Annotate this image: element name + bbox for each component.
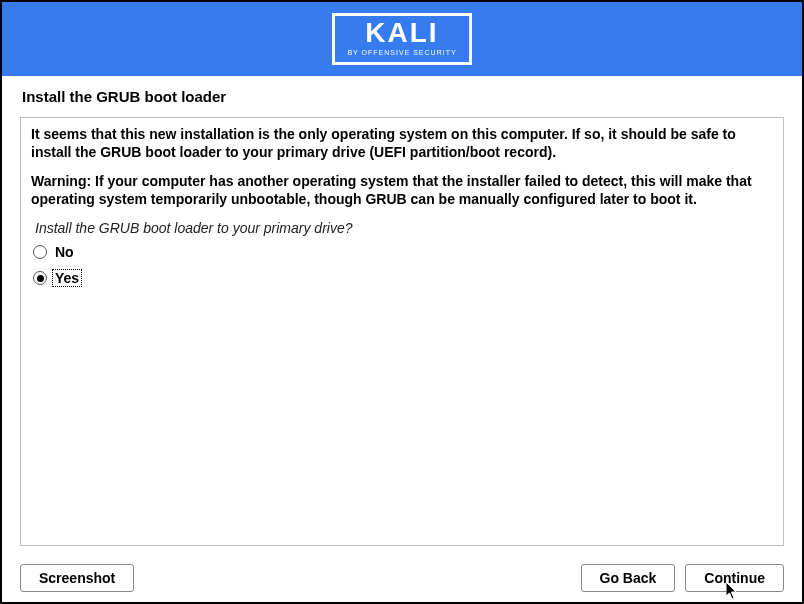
go-back-button[interactable]: Go Back bbox=[581, 564, 676, 592]
logo-subtitle: BY OFFENSIVE SECURITY bbox=[347, 49, 456, 56]
info-paragraph-1: It seems that this new installation is t… bbox=[31, 126, 773, 161]
content-area: Install the GRUB boot loader It seems th… bbox=[2, 76, 802, 556]
logo-text: KALI bbox=[365, 19, 438, 47]
radio-icon bbox=[33, 271, 47, 285]
radio-option-no[interactable]: No bbox=[31, 244, 773, 260]
main-panel: It seems that this new installation is t… bbox=[20, 117, 784, 546]
radio-icon bbox=[33, 245, 47, 259]
continue-button[interactable]: Continue bbox=[685, 564, 784, 592]
screenshot-button[interactable]: Screenshot bbox=[20, 564, 134, 592]
info-paragraph-2: Warning: If your computer has another op… bbox=[31, 173, 773, 208]
radio-label-yes: Yes bbox=[53, 270, 81, 286]
question-label: Install the GRUB boot loader to your pri… bbox=[31, 220, 773, 236]
radio-option-yes[interactable]: Yes bbox=[31, 270, 773, 286]
kali-logo: KALI BY OFFENSIVE SECURITY bbox=[332, 13, 471, 65]
footer-bar: Screenshot Go Back Continue bbox=[2, 556, 802, 602]
page-title: Install the GRUB boot loader bbox=[20, 88, 784, 105]
header-banner: KALI BY OFFENSIVE SECURITY bbox=[2, 2, 802, 76]
radio-label-no: No bbox=[53, 244, 76, 260]
